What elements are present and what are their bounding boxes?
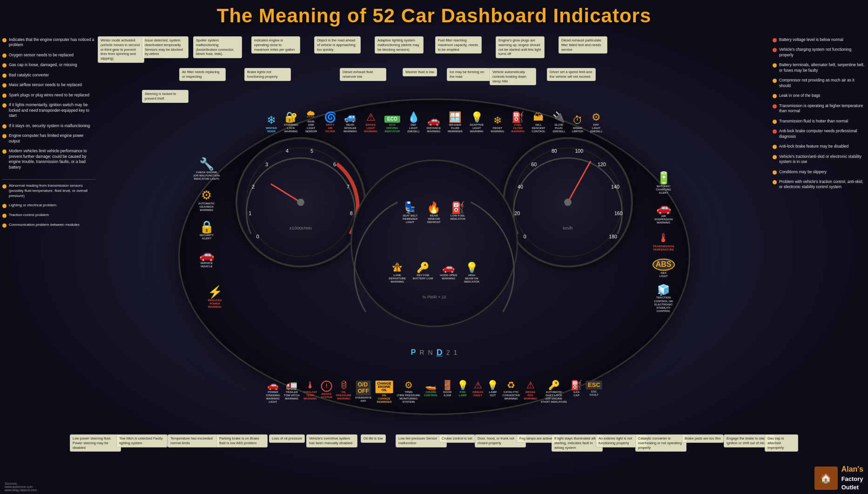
ann-if-lights: If it lights momentarily, ignition switc…	[2, 102, 95, 118]
brand-area: 🏠 Alan's Factory Outlet	[814, 464, 863, 492]
ann-mass-airflow: Mass airflow sensor needs to be replaced	[2, 82, 95, 88]
abs-light-icon: ABS ABSLIGHT	[653, 258, 675, 278]
seat-belt-reminder-icon: 💺 SEAT BELTREMINDERLIGHT	[403, 202, 417, 224]
ann-if-stays: If it stays on, security system is malfu…	[2, 123, 95, 129]
svg-text:3: 3	[265, 161, 268, 167]
catalytic-converter-warning-icon: ♻ CATALYTICCONVERTERWARNING	[502, 380, 520, 401]
svg-text:4: 4	[285, 148, 288, 153]
svg-text:140: 140	[611, 184, 619, 189]
oil-pressure-warning-icon: 🛢 OILPRESSUREWARNING	[336, 380, 351, 401]
glow-plug-icon: 🔌 GLOWPLUG(Diesel)	[552, 112, 565, 134]
low-fuel-indicator-icon: ⛽ LOW FUELINDICATOR	[450, 202, 465, 224]
ann-spark-plugs: Spark plugs or plug wires need to be rep…	[2, 93, 95, 98]
traction-control-icon: 🧊 TRACTIONCONTROL ORELECTRONICSTABILITYC…	[653, 285, 675, 313]
brand-name: Alan's Factory Outlet	[841, 464, 863, 492]
security-alert-icon: 🔒 SECURITYALERT	[194, 221, 220, 240]
washer-fluid-reminder-icon: 🪟 WASHERFLUIDREMINDER	[448, 112, 463, 134]
title-bar: The Meaning of 52 Car Dashboard Indicato…	[0, 5, 868, 27]
svg-text:180: 180	[609, 234, 617, 239]
cruise-control-icon: 🚤 CRUISECONTROL	[424, 380, 438, 397]
top-icon-row: ❄ WINTERMODE 🔐 STEERINGLOCKWARNING 🌧 RAI…	[266, 109, 602, 134]
ann-engine-limited: Engine computer has limited engine power…	[2, 133, 95, 144]
ann-left-sub2: Lighting or electrical problem	[2, 203, 95, 208]
change-engine-oil-icon: CHANGEENGINEOIL OILCHANGEREMINDER	[375, 380, 393, 404]
def-light-icon: 💧 DEF LIGHT(Diesel)	[407, 112, 420, 134]
dirty-air-filter-icon: 🌀 DIRTYAIR FILTER	[324, 112, 336, 134]
ann-left-sub3: Traction control problem	[2, 213, 95, 218]
trailer-tow-hitch-warning-icon: 🚛 TRAILERTOW HITCHWARNING	[284, 380, 300, 401]
ann-problem-traction: Problem with vehicle's traction control,…	[773, 179, 866, 190]
ann-traction-in-use: Vehicle's traction/anti-skid or electron…	[773, 154, 866, 165]
rear-window-defrost-icon: 🔥 REARWINDOWDEFROST	[427, 202, 441, 224]
svg-text:6: 6	[333, 161, 336, 167]
esc-fault-icon: ESC ESCFAULT	[586, 380, 602, 397]
svg-text:120: 120	[597, 161, 606, 167]
battery-charging-alert-icon: 🔋 BATTERY/CHARGINGALERT	[653, 172, 675, 195]
sources-text: Sources: www.autozone.com www.blog.caasc…	[5, 482, 37, 492]
coolant-temp-warning-icon: 🌡 COOLANTTEMPWARNING	[303, 380, 317, 401]
ann-charging-system: Vehicle's charging system not functionin…	[773, 47, 866, 58]
adaptive-light-warning-icon: 💡 ADAPTIVELIGHTWARNING	[470, 112, 484, 134]
svg-text:0: 0	[523, 234, 526, 239]
svg-text:60: 60	[531, 161, 537, 167]
lamp-out-icon: 💡 LAMPOUT	[487, 380, 498, 397]
speed-gauge: 0 20 40 60 80 100 120 140 160 180 km/h	[503, 137, 633, 267]
left-annotations: Indicates that the engine computer has n…	[0, 35, 98, 235]
brake-pad-warning-icon: ⚠ BRAKEPADWARNING	[524, 380, 537, 401]
svg-text:0: 0	[256, 234, 259, 239]
overdrive-off-icon: O/DOFF OVERDRIVEOFF	[355, 380, 371, 403]
power-steering-warning-icon: 🚗 POWERSTEERINGWARNINGLIGHT	[266, 380, 280, 404]
lane-departure-warning-icon: 🛣 LANEDEPARTUREWARNING	[389, 263, 406, 284]
steering-lock-icon: 🔐 STEERINGLOCKWARNING	[284, 112, 298, 134]
fog-lamp-icon: 💡 FOGLAMP	[457, 380, 469, 397]
ann-compressor: Compressor not providing as much air as …	[773, 78, 866, 88]
center-upper-icons: 💺 SEAT BELTREMINDERLIGHT 🔥 REARWINDOWDEF…	[403, 202, 465, 224]
svg-line-10	[271, 184, 300, 202]
tpms-icon: ⚙ TPMS(Tire pressuremonitoringsystem)	[397, 380, 420, 404]
fuel-filter-warning-icon: ⛽ FUELFILTERWARNING	[511, 112, 525, 134]
ann-left-sub1: Abnormal reading from transmission senso…	[2, 183, 95, 198]
svg-text:160: 160	[614, 210, 622, 216]
page-title: The Meaning of 52 Car Dashboard Indicato…	[0, 5, 868, 27]
svg-text:5: 5	[310, 148, 313, 153]
right-annotations: Battery voltage level is below normal Ve…	[770, 35, 868, 197]
ann-battery-terminals: Battery terminals, alternator belt, serp…	[773, 62, 866, 73]
center-mid-icons: 🛣 LANEDEPARTUREWARNING 🔑 KEY FOBBATTERY …	[389, 263, 479, 284]
reduced-power-warning-icon: ⚡ REDUCEDPOWERWARNING	[208, 286, 222, 309]
svg-text:100: 100	[575, 148, 583, 153]
rear-spoiler-warning-icon: 🚙 REARSPOILERWARNING	[343, 112, 357, 134]
gear-display: P R N D 2 1	[411, 348, 458, 358]
bottom-icon-strip: 🚗 POWERSTEERINGWARNINGLIGHT 🚛 TRAILERTOW…	[266, 380, 602, 404]
svg-text:80: 80	[551, 148, 557, 153]
center-gauge: % PWR × 10	[350, 159, 518, 327]
ann-leak-bag: Leak in one of the bags	[773, 93, 866, 98]
ann-conditions-slippery: Conditions may be slippery	[773, 169, 866, 175]
speed-limiter-icon: ⏱ SPEEDLIMITER	[572, 115, 583, 133]
gas-cap-icon: ⛽ GASCAP	[571, 380, 582, 397]
svg-text:40: 40	[518, 184, 523, 189]
automatic-shift-lock-icon: 🔑 AUTOMATICSHIFT LOCK(or EngineStart Ind…	[541, 380, 567, 404]
service-vehicle-icon: 🚗 SERVICEVEHICLE	[194, 249, 220, 268]
ann-battery-voltage: Battery voltage level is below normal	[773, 37, 866, 42]
svg-line-24	[568, 161, 591, 202]
ann-transmission-temp: Transmission is operating at higher temp…	[773, 103, 866, 114]
rpm-gauge: 0 1 2 3 4 5 6 7 8 x1000r/min	[236, 137, 366, 267]
ann-engine-computer: Indicates that the engine computer has n…	[2, 37, 95, 48]
dpf-light-icon: ⚙ DPF LIGHT(Diesel)	[590, 112, 602, 134]
dashboard-oval: 0 1 2 3 4 5 6 7 8 x1000r/min 0 20 40 60 …	[178, 98, 690, 415]
svg-point-25	[564, 198, 572, 206]
left-bottom-ann: Abnormal reading from transmission senso…	[2, 179, 95, 228]
rain-light-sensor-icon: 🌧 RAIN ANDLIGHTSENSOR	[305, 109, 317, 134]
door-ajar-icon: 🚪 DOORAJAR	[442, 380, 453, 397]
winter-mode-icon: ❄ WINTERMODE	[266, 115, 277, 133]
air-suspension-warning-icon: 🚗 AIRSUSPENSIONWARNING	[653, 202, 675, 225]
key-fob-battery-low-icon: 🔑 KEY FOBBATTERY LOW	[413, 263, 433, 284]
svg-text:1: 1	[249, 210, 251, 216]
distance-warning-icon: 🚗 DISTANCEWARNING	[427, 115, 441, 133]
eco-driving-indicator-icon: ECO ECODRIVINGINDICATOR	[384, 115, 400, 134]
ann-oxygen-sensor: Oxygen sensor needs to be replaced	[2, 53, 95, 58]
ann-anti-lock-feature: Anti-lock brake feature may be disabled	[773, 144, 866, 149]
brake-light-warning-icon: ⚠ BRAKELIGHTWARNING	[364, 112, 377, 134]
automatic-gearbox-warning-icon: ⚙ AUTOMATICGEARBOXWARNING	[194, 189, 220, 212]
svg-text:2: 2	[252, 184, 255, 189]
